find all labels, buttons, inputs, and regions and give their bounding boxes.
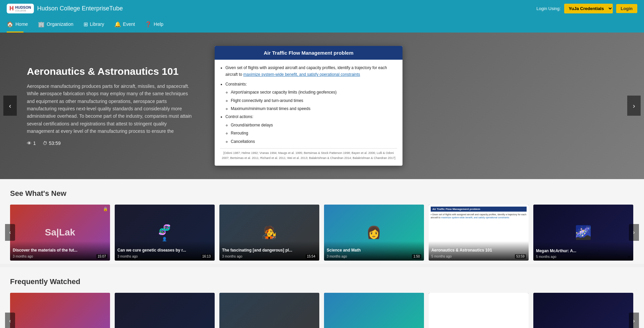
- freq-scroll-left-button[interactable]: ‹: [5, 313, 15, 328]
- freq-thumb-bg-1: [10, 293, 110, 328]
- clock-icon: ⏱: [43, 141, 47, 146]
- nav-home-label: Home: [15, 21, 28, 27]
- hero-duration-value: 53:59: [49, 141, 61, 146]
- logo-box: H HUDSON COLLEGE: [7, 4, 34, 13]
- video-card-scimath[interactable]: 👩 Science and Math 3 months ago 1:50: [324, 205, 424, 261]
- nav-container: 🏠 Home 🏢 Organization ⊞ Library 🔔 Event …: [0, 17, 644, 33]
- top-bar: H HUDSON COLLEGE Hudson College Enterpri…: [0, 0, 644, 17]
- video-title-scimath: Science and Math: [327, 248, 421, 253]
- hero-text-area: Aeronautics & Astronautics 101 Aerospace…: [27, 66, 195, 146]
- video-thumb-dna: 🧬 👤 Can we cure genetic diseases by r...…: [115, 205, 215, 261]
- carousel-prev-button[interactable]: ‹: [3, 96, 17, 116]
- thumb-saltlake-text: Sa|Lak: [45, 227, 75, 238]
- video-thumb-space: 🌌 Megan McArthur: A... 5 months ago: [533, 205, 633, 261]
- logo-area: H HUDSON COLLEGE Hudson College Enterpri…: [7, 4, 123, 13]
- video-title-aeronautics: Aeronautics & Astronautics 101: [431, 248, 526, 253]
- logo-brand: HUDSON: [15, 5, 31, 9]
- hero-views-count: 1: [33, 141, 36, 146]
- video-card-saltlake[interactable]: Sa|Lak Discover the materials of the fut…: [10, 205, 110, 261]
- video-thumb-saltlake: Sa|Lak Discover the materials of the fut…: [10, 205, 110, 261]
- video-card-dna[interactable]: 🧬 👤 Can we cure genetic diseases by r...…: [115, 205, 215, 261]
- video-date-saltlake: 3 months ago: [13, 255, 33, 258]
- nav-bar: 🏠 Home 🏢 Organization ⊞ Library 🔔 Event …: [0, 17, 644, 32]
- preview-header: Air Traffic Flow Management problem: [215, 46, 402, 60]
- whats-new-section: See What's New ‹ Sa|Lak Discover the mat…: [0, 179, 644, 264]
- home-icon: 🏠: [7, 21, 13, 28]
- preview-control3: Cancellations: [231, 138, 397, 145]
- aeronautics-preview-text: • Given set of flights with assigned air…: [431, 213, 527, 220]
- video-date-speaker: 3 months ago: [222, 255, 243, 258]
- preview-control1: Ground/airborne delays: [231, 122, 397, 128]
- thumb-meta-speaker: 3 months ago 15:54: [222, 254, 317, 259]
- aeronautics-preview-header: Air Traffic Flow Management problem: [431, 207, 527, 212]
- logo-h-letter: H: [9, 5, 14, 12]
- video-card-space[interactable]: 🌌 Megan McArthur: A... 5 months ago: [533, 205, 633, 261]
- site-title: Hudson College EnterpriseTube: [37, 5, 123, 12]
- login-button[interactable]: Login: [616, 4, 637, 13]
- video-duration-dna: 16:13: [201, 254, 212, 259]
- nav-item-organization[interactable]: 🏢 Organization: [38, 18, 73, 31]
- scroll-right-button[interactable]: ›: [629, 224, 639, 241]
- freq-video-card-3[interactable]: [219, 293, 319, 328]
- video-card-aeronautics[interactable]: Air Traffic Flow Management problem • Gi…: [429, 205, 529, 261]
- speaker-visual: 🧑‍🎤: [262, 225, 277, 239]
- video-title-dna: Can we cure genetic diseases by r...: [117, 248, 212, 253]
- help-icon: ❓: [145, 21, 152, 28]
- freq-scroll-right-button[interactable]: ›: [629, 313, 639, 328]
- thumb-overlay-speaker: The fascinating [and dangerous] pl... 3 …: [219, 241, 319, 261]
- thumb-overlay-space: Megan McArthur: A... 5 months ago: [533, 242, 633, 261]
- freq-video-thumb-6: [533, 293, 633, 328]
- freq-thumb-bg-5: [429, 293, 529, 328]
- thumb-overlay-saltlake: Discover the materials of the fut... 3 m…: [10, 241, 110, 261]
- freq-video-thumb-4: [324, 293, 424, 328]
- nav-item-event[interactable]: 🔔 Event: [114, 18, 135, 31]
- video-card-speaker[interactable]: 🧑‍🎤 The fascinating [and dangerous] pl..…: [219, 205, 319, 261]
- freq-video-card-2[interactable]: [115, 293, 215, 328]
- event-icon: 🔔: [114, 21, 121, 28]
- nav-help-label: Help: [154, 21, 163, 27]
- preview-bullet1: Given set of flights with assigned aircr…: [225, 64, 397, 78]
- thumb-meta-scimath: 3 months ago 1:50: [327, 254, 421, 259]
- freq-video-thumb-1: [10, 293, 110, 328]
- hero-duration: ⏱ 53:59: [43, 141, 61, 146]
- nav-item-library[interactable]: ⊞ Library: [84, 18, 104, 31]
- freq-video-card-1[interactable]: [10, 293, 110, 328]
- frequently-watched-row-wrapper: ‹: [10, 293, 634, 328]
- video-duration-speaker: 15:54: [306, 254, 317, 259]
- scimath-visual: 👩: [366, 225, 381, 239]
- login-select[interactable]: YuJa Credentials: [564, 4, 613, 13]
- nav-item-home[interactable]: 🏠 Home: [7, 18, 28, 31]
- frequently-watched-video-row: [10, 293, 634, 328]
- nav-library-label: Library: [90, 21, 104, 27]
- scroll-left-button[interactable]: ‹: [5, 224, 15, 241]
- nav-item-help[interactable]: ❓ Help: [145, 18, 163, 31]
- freq-thumb-bg-2: [115, 293, 215, 328]
- logo-brand-text: HUDSON COLLEGE: [15, 5, 31, 12]
- logo-sub: COLLEGE: [15, 9, 31, 12]
- preview-body: Given set of flights with assigned aircr…: [215, 60, 402, 166]
- nav-organization-label: Organization: [47, 21, 73, 27]
- preview-constraint1: Airport/airspace sector capacity limits …: [231, 89, 397, 96]
- hero-title: Aeronautics & Astronautics 101: [27, 66, 195, 77]
- thumb-overlay-dna: Can we cure genetic diseases by r... 3 m…: [115, 241, 215, 261]
- freq-video-card-5[interactable]: [429, 293, 529, 328]
- carousel-next-button[interactable]: ›: [627, 96, 641, 116]
- thumb-meta-dna: 3 months ago 16:13: [117, 254, 212, 259]
- nav-event-label: Event: [123, 21, 135, 27]
- video-thumb-speaker: 🧑‍🎤 The fascinating [and dangerous] pl..…: [219, 205, 319, 261]
- freq-video-thumb-2: [115, 293, 215, 328]
- video-title-space: Megan McArthur: A...: [536, 249, 631, 254]
- video-date-aeronautics: 5 months ago: [431, 255, 452, 258]
- video-thumb-scimath: 👩 Science and Math 3 months ago 1:50: [324, 205, 424, 261]
- freq-video-card-6[interactable]: [533, 293, 633, 328]
- frequently-watched-title: Frequently Watched: [10, 277, 634, 286]
- preview-constraint2: Flight connectivity and turn-around time…: [231, 97, 397, 104]
- hero-banner: ‹ Aeronautics & Astronautics 101 Aerospa…: [0, 33, 644, 179]
- freq-video-card-4[interactable]: [324, 293, 424, 328]
- preview-constraint3: Maximum/minimum transit times and speeds: [231, 105, 397, 112]
- video-date-space: 5 months ago: [536, 255, 556, 259]
- video-date-scimath: 3 months ago: [327, 255, 347, 258]
- whats-new-video-row: Sa|Lak Discover the materials of the fut…: [10, 205, 634, 261]
- organization-icon: 🏢: [38, 21, 45, 28]
- hero-content: Aeronautics & Astronautics 101 Aerospace…: [0, 33, 644, 179]
